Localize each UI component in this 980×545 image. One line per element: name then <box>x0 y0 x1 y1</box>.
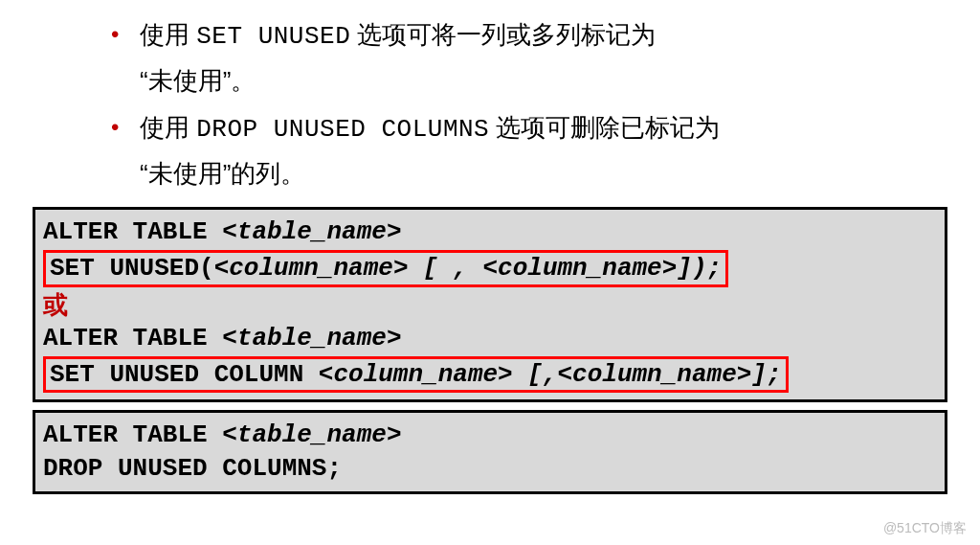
bullet-list: • 使用 SET UNUSED 选项可将一列或多列标记为 “未使用”。 • 使用… <box>27 13 953 195</box>
bullet1-cont: “未使用”。 <box>140 66 256 95</box>
code1-line2-highlight: SET UNUSED(<column_name> [ , <column_nam… <box>43 250 728 287</box>
bullet2-post: 选项可删除已标记为 <box>489 113 720 142</box>
bullet2-cont: “未使用”的列。 <box>140 159 305 188</box>
bullet1-code: SET UNUSED <box>196 22 350 51</box>
code1-line3: ALTER TABLE <table_name> <box>43 322 937 355</box>
watermark: @51CTO博客 <box>883 520 967 537</box>
bullet2-pre: 使用 <box>140 113 196 142</box>
bullet-dot: • <box>111 13 119 56</box>
bullet-item-1: • 使用 SET UNUSED 选项可将一列或多列标记为 “未使用”。 <box>27 13 953 102</box>
slide-content: • 使用 SET UNUSED 选项可将一列或多列标记为 “未使用”。 • 使用… <box>0 0 980 494</box>
code1-line4-highlight: SET UNUSED COLUMN <column_name> [,<colum… <box>43 356 789 394</box>
code-block-2: ALTER TABLE <table_name> DROP UNUSED COL… <box>33 410 947 494</box>
code-block-1: ALTER TABLE <table_name> SET UNUSED(<col… <box>33 207 947 402</box>
bullet1-post: 选项可将一列或多列标记为 <box>350 20 656 49</box>
bullet-dot: • <box>111 106 119 148</box>
bullet1-pre: 使用 <box>140 20 196 49</box>
code1-line1: ALTER TABLE <table_name> <box>43 216 937 249</box>
bullet2-code: DROP UNUSED COLUMNS <box>196 115 489 144</box>
code2-line2: DROP UNUSED COLUMNS; <box>43 452 937 486</box>
code1-or: 或 <box>43 288 937 322</box>
bullet-item-2: • 使用 DROP UNUSED COLUMNS 选项可删除已标记为 “未使用”… <box>27 106 953 195</box>
code2-line1: ALTER TABLE <table_name> <box>43 419 937 452</box>
